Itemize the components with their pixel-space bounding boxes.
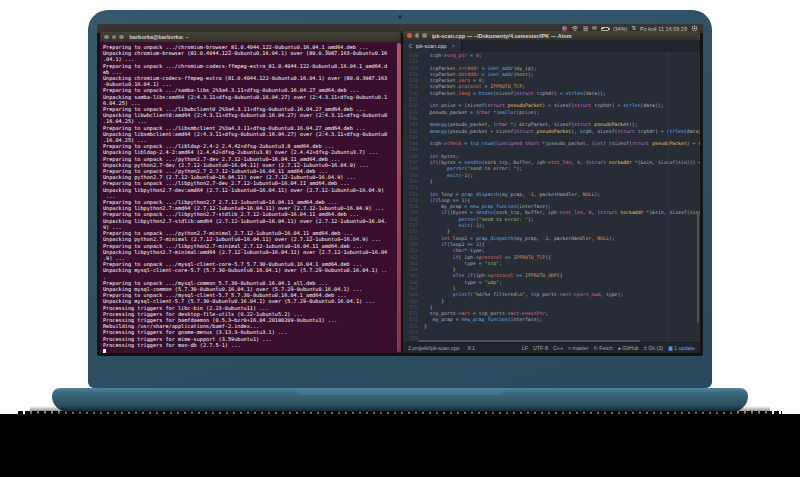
- status-file-path[interactable]: 2.projekt/ipk-scan.cpp: [408, 345, 460, 351]
- terminal-line: Preparing to unpack .../samba-libs_2%3a4…: [103, 87, 395, 93]
- terminal-line: Unpacking libwbclient0:amd64 (2:4.3.11+d…: [103, 112, 395, 118]
- atom-window: ipk-scan.cpp — ~/Dokumenty/4.semester/IP…: [403, 31, 700, 353]
- tab-ipk-scan[interactable]: C ipk-scan.cpp ×: [403, 40, 462, 52]
- atom-maximize-icon[interactable]: [422, 33, 427, 38]
- editor-vertical-scrollbar[interactable]: [697, 212, 699, 323]
- cpp-file-icon: C: [409, 43, 413, 49]
- terminal-line: Unpacking mysql-client-5.7 (5.7.30-0ubun…: [103, 298, 395, 304]
- terminal-title: barborka@barborka: ~: [130, 34, 189, 40]
- atom-close-icon[interactable]: [407, 33, 412, 38]
- terminal-line: Unpacking samba-libs:amd64 (2:4.3.11+dfs…: [103, 94, 395, 100]
- terminal-cursor: [103, 349, 106, 353]
- status-git-changes[interactable]: ± Git (3): [644, 345, 663, 351]
- terminal-maximize-icon[interactable]: [119, 35, 124, 40]
- terminal-window: barborka@barborka: ~ Preparing to unpack…: [100, 32, 401, 353]
- laptop-shadow: [0, 414, 800, 477]
- terminal-line: Unpacking libpython2.7-minimal:amd64 (2.…: [103, 249, 395, 255]
- status-cursor-position[interactable]: 9:1: [468, 345, 475, 351]
- terminal-line: Unpacking libpython2.7-stdlib:amd64 (2.7…: [103, 218, 395, 224]
- terminal-line: Unpacking libpython2.7-dev:amd64 (2.7.12…: [103, 187, 395, 193]
- status-grammar[interactable]: C++: [553, 345, 563, 351]
- terminal-line: Preparing to unpack .../libpython2.7-min…: [103, 243, 395, 249]
- terminal-scrollbar[interactable]: [397, 42, 401, 353]
- status-encoding[interactable]: UTF-8: [533, 345, 548, 351]
- terminal-line: Unpacking python2.7-minimal (2.7.12-1ubu…: [103, 236, 395, 242]
- atom-minimize-icon[interactable]: [415, 33, 420, 38]
- code-gutter: 5305315325335345355365375385395405415425…: [403, 52, 421, 343]
- terminal-line: Unpacking mysql-client-core-5.7 (5.7.30-…: [103, 267, 395, 273]
- battery-icon[interactable]: [601, 27, 609, 31]
- code-line: tcph->check = tcp_csum((unsigned short *…: [421, 141, 700, 147]
- status-github[interactable]: ● GitHub: [618, 345, 639, 351]
- terminal-line: Preparing to unpack .../chromium-codecs-…: [103, 63, 395, 69]
- atom-titlebar[interactable]: ipk-scan.cpp — ~/Dokumenty/4.semester/IP…: [403, 31, 700, 40]
- atom-editor-area[interactable]: 5305315325335345355365375385395405415425…: [403, 52, 700, 343]
- terminal-line: Preparing to unpack .../libsmbclient_2%3…: [103, 125, 395, 131]
- tab-label: ipk-scan.cpp: [416, 43, 447, 49]
- status-git-fetch[interactable]: ↻ Fetch: [593, 345, 612, 351]
- laptop-mockup: ▤ ✉ (34%) ⇅ Po kvě 11 16:09:29 barborka@…: [0, 0, 800, 477]
- atom-status-bar: 2.projekt/ipk-scan.cpp 9:1 LFUTF-8C++ʏ m…: [403, 342, 700, 353]
- terminal-output[interactable]: Preparing to unpack .../chromium-browser…: [100, 42, 401, 353]
- tab-close-icon[interactable]: ×: [452, 43, 456, 49]
- status-line-ending[interactable]: LF: [522, 345, 528, 351]
- atom-status-right: LFUTF-8C++ʏ master↻ Fetch● GitHub± Git (…: [522, 345, 695, 351]
- laptop-lid-notch: [295, 388, 505, 395]
- terminal-titlebar[interactable]: barborka@barborka: ~: [100, 32, 401, 42]
- webcam-dot: [398, 15, 402, 19]
- status-update-notice[interactable]: ▣ 1 update: [668, 345, 695, 351]
- terminal-cursor-line: [103, 348, 395, 353]
- laptop-screen: ▤ ✉ (34%) ⇅ Po kvě 11 16:09:29 barborka@…: [97, 24, 703, 356]
- terminal-line: Unpacking chromium-browser (81.0.4044.12…: [103, 50, 395, 56]
- terminal-minimize-icon[interactable]: [112, 35, 117, 40]
- terminal-line: Preparing to unpack .../libpython2.7-std…: [103, 211, 395, 217]
- atom-window-title: ipk-scan.cpp — ~/Dokumenty/4.semester/IP…: [432, 33, 572, 39]
- terminal-line: Unpacking libldap-2.4-2:amd64 (2.4.42+df…: [103, 149, 395, 155]
- code-line: memcpy(pseudo_packet + sizeof(struct pse…: [421, 129, 700, 135]
- status-git-branch[interactable]: ʏ master: [568, 345, 588, 351]
- terminal-close-icon[interactable]: [104, 35, 109, 40]
- terminal-scrollbar-thumb[interactable]: [397, 43, 401, 352]
- code-lines[interactable]: tcph->urg_ptr = 0; tcpPacket.srcAddr = i…: [421, 52, 700, 343]
- terminal-line: Unpacking libsmbclient:amd64 (2:4.3.11+d…: [103, 131, 395, 137]
